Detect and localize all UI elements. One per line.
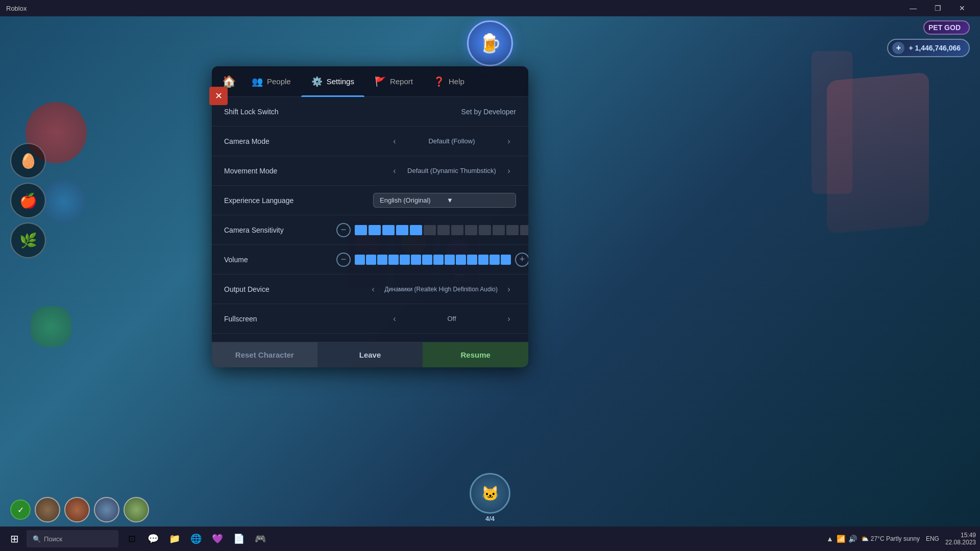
tab-help-label: Help <box>449 77 464 86</box>
fullscreen-value: Off <box>406 315 498 322</box>
volume-increase[interactable]: + <box>515 253 528 267</box>
setting-label-fullscreen: Fullscreen <box>224 315 336 323</box>
setting-row-fullscreen: Fullscreen ‹ Off › <box>212 304 528 334</box>
taskbar-sys-icons: ▲ 📶 🔊 <box>826 535 857 543</box>
hud-bottom: ✓ <box>10 497 149 522</box>
egg-item-3[interactable] <box>94 497 119 522</box>
vol-seg-6 <box>411 255 421 265</box>
logo-emoji: 🍺 <box>479 33 502 54</box>
taskbar-app-button[interactable]: 🎮 <box>251 530 270 548</box>
egg-item-2[interactable] <box>64 497 90 522</box>
setting-row-experience-language: Experience Language English (Original) ▼ <box>212 186 528 215</box>
taskbar-search[interactable]: 🔍 Поиск <box>27 530 118 547</box>
taskbar-chrome-button[interactable]: 🌐 <box>187 530 205 548</box>
segment-7 <box>437 225 450 235</box>
camera-mode-next[interactable]: › <box>502 134 516 148</box>
experience-language-value: English (Original) <box>380 196 443 204</box>
taskbar: ⊞ 🔍 Поиск ⊡ 💬 📁 🌐 💜 📄 🎮 ▲ 📶 🔊 ⛅ 27°C Par… <box>0 527 980 551</box>
segment-12 <box>506 225 519 235</box>
time-display: 15:49 <box>945 532 976 539</box>
vol-seg-13 <box>489 255 500 265</box>
taskbar-sound-icon[interactable]: 🔊 <box>848 535 857 543</box>
taskbar-network-icon: 📶 <box>837 535 845 543</box>
hud-btn-2[interactable]: 🍎 <box>10 183 46 218</box>
taskbar-weather: ⛅ 27°C Partly sunny <box>861 535 920 542</box>
restore-button[interactable]: ❐ <box>926 0 949 16</box>
camera-sensitivity-control: − + 1 <box>336 223 528 237</box>
window-controls: — ❐ ✕ <box>901 0 974 16</box>
tab-settings[interactable]: ⚙️ Settings <box>301 66 364 97</box>
coins-value: + 1,446,746,066 <box>909 44 961 52</box>
segment-13 <box>520 225 528 235</box>
vol-seg-11 <box>467 255 477 265</box>
fullscreen-next[interactable]: › <box>502 312 516 326</box>
minimize-button[interactable]: — <box>901 0 925 16</box>
tab-report[interactable]: 🚩 Report <box>364 66 423 97</box>
bg-decoration <box>31 306 71 347</box>
movement-mode-next[interactable]: › <box>502 164 516 178</box>
pet-god-label: PET GOD <box>928 23 961 32</box>
progress-button[interactable]: ✓ <box>10 499 31 520</box>
taskbar-chat-button[interactable]: 💬 <box>144 530 162 548</box>
camera-sensitivity-decrease[interactable]: − <box>336 223 351 237</box>
leave-button[interactable]: Leave <box>317 342 423 367</box>
camera-mode-prev[interactable]: ‹ <box>387 134 402 148</box>
egg-item-1[interactable] <box>35 497 60 522</box>
taskbar-view-button[interactable]: ⊡ <box>122 530 141 548</box>
hud-btn-1[interactable]: 🥚 <box>10 143 46 179</box>
vol-seg-4 <box>388 255 399 265</box>
segment-11 <box>493 225 505 235</box>
add-coins-button[interactable]: + <box>892 42 904 54</box>
reset-character-button[interactable]: Reset Character <box>212 342 317 367</box>
dialog-close-button[interactable]: ✕ <box>209 87 228 105</box>
settings-content: Shift Lock Switch Set by Developer Camer… <box>212 97 528 342</box>
resume-button[interactable]: Resume <box>423 342 528 367</box>
setting-row-graphics-mode: Graphics Mode ‹ Automatic › <box>212 334 528 342</box>
fullscreen-prev[interactable]: ‹ <box>387 312 402 326</box>
volume-track <box>355 255 511 265</box>
setting-label-volume: Volume <box>224 256 336 264</box>
setting-label-shift-lock: Shift Lock Switch <box>224 108 336 116</box>
volume-decrease[interactable]: − <box>336 253 351 267</box>
dialog-footer: Reset Character Leave Resume <box>212 342 528 367</box>
taskbar-folder-button[interactable]: 📁 <box>165 530 184 548</box>
close-button[interactable]: ✕ <box>950 0 974 16</box>
hud-btn-3[interactable]: 🌿 <box>10 222 46 258</box>
taskbar-file-button[interactable]: 📄 <box>230 530 248 548</box>
experience-language-dropdown[interactable]: English (Original) ▼ <box>373 193 516 208</box>
experience-language-control: English (Original) ▼ <box>336 193 516 208</box>
taskbar-arrow-icon[interactable]: ▲ <box>826 535 834 543</box>
fullscreen-control: ‹ Off › <box>336 312 516 326</box>
movement-mode-prev[interactable]: ‹ <box>387 164 402 178</box>
counter-circle: 🐱 <box>470 473 510 514</box>
tab-settings-label: Settings <box>327 77 354 86</box>
tab-report-label: Report <box>390 77 413 86</box>
segment-5 <box>410 225 422 235</box>
output-device-control: ‹ Динамики (Realtek High Definition Audi… <box>336 282 516 296</box>
camera-sensitivity-track <box>355 225 528 235</box>
tab-help[interactable]: ❓ Help <box>423 66 475 97</box>
shift-lock-value: Set by Developer <box>461 108 516 116</box>
dropdown-arrow-icon: ▼ <box>447 196 509 204</box>
graphics-mode-next[interactable]: › <box>502 341 516 342</box>
graphics-mode-prev[interactable]: ‹ <box>387 341 402 342</box>
taskbar-discord-button[interactable]: 💜 <box>208 530 227 548</box>
vol-seg-10 <box>456 255 466 265</box>
output-device-next[interactable]: › <box>502 282 516 296</box>
start-button[interactable]: ⊞ <box>4 529 24 549</box>
title-bar: Roblox — ❐ ✕ <box>0 0 980 16</box>
graphics-mode-control: ‹ Automatic › <box>336 341 516 342</box>
output-device-prev[interactable]: ‹ <box>366 282 380 296</box>
output-device-value: Динамики (Realtek High Definition Audio) <box>384 286 498 293</box>
egg-item-4[interactable] <box>124 497 149 522</box>
segment-3 <box>382 225 395 235</box>
setting-control-shift-lock: Set by Developer <box>336 108 516 116</box>
segment-2 <box>369 225 381 235</box>
setting-row-volume: Volume − <box>212 245 528 274</box>
weather-text: 27°C Partly sunny <box>871 535 920 542</box>
tab-people[interactable]: 👥 People <box>241 66 301 97</box>
weather-icon: ⛅ <box>861 535 869 542</box>
segment-9 <box>465 225 477 235</box>
tab-people-label: People <box>267 77 291 86</box>
taskbar-lang: ENG <box>924 535 941 542</box>
